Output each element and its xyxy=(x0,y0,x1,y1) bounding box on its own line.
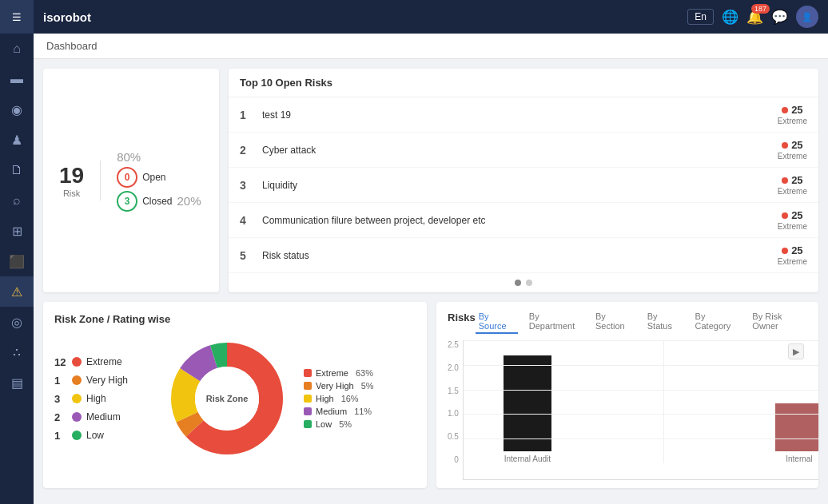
vert-divider xyxy=(663,340,664,463)
target-icon: ◎ xyxy=(11,315,22,330)
users-icon: ⛬ xyxy=(10,345,23,359)
legend-medium-pct: 11% xyxy=(354,407,372,416)
risk-label: Risk xyxy=(59,189,84,198)
table-row: 3 Liquidity 25 Extreme xyxy=(229,168,818,203)
sidebar-building[interactable]: ⬛ xyxy=(0,246,34,276)
bar-internal-audit xyxy=(504,355,551,451)
language-selector[interactable]: En xyxy=(687,9,714,25)
bars-container: Internal Audit Internal xyxy=(464,355,818,463)
list-item: 3 High xyxy=(54,393,150,405)
stat-divider xyxy=(100,161,101,200)
stats-card: 19 Risk 80% 0 Open 3 Closed 20% xyxy=(43,69,219,292)
sidebar-target[interactable]: ◎ xyxy=(0,307,34,337)
risk-num-3: 3 xyxy=(240,179,254,192)
extreme-dot xyxy=(72,357,82,367)
open-row: 0 Open xyxy=(117,167,201,188)
legend-medium: Medium xyxy=(316,407,347,416)
risk-name-2: Cyber attack xyxy=(262,145,770,156)
bar-label-internal-audit: Internal Audit xyxy=(504,454,551,463)
y-label-20: 2.0 xyxy=(448,363,459,372)
sidebar-search[interactable]: ⌕ xyxy=(0,185,34,216)
legend-low-dot xyxy=(304,420,312,428)
closed-badge: 3 xyxy=(117,191,137,212)
tab-by-source[interactable]: By Source xyxy=(476,310,518,334)
table-row: 5 Risk status 25 Extreme xyxy=(229,238,818,273)
legend-low: Low xyxy=(316,419,332,429)
notification-count: 187 xyxy=(751,4,770,14)
sidebar-people[interactable]: ◉ xyxy=(0,94,34,125)
y-label-0: 0 xyxy=(448,455,459,464)
sidebar-warning[interactable]: ⚠ xyxy=(0,276,34,307)
legend-extreme-dot xyxy=(304,369,312,377)
bottom-row: Risk Zone / Rating wise 12 Extreme 1 Ver… xyxy=(43,302,818,488)
top-risks-title: Top 10 Open Risks xyxy=(229,69,818,97)
globe-icon[interactable]: 🌐 xyxy=(722,9,738,26)
bar-chart-container: 2.5 2.0 1.5 1.0 0.5 0 xyxy=(448,340,807,480)
sidebar-person[interactable]: ♟ xyxy=(0,125,34,155)
sidebar-home[interactable]: ⌂ xyxy=(0,34,34,64)
risk-score-5: 25 Extreme xyxy=(778,244,807,266)
dot-2[interactable] xyxy=(526,280,532,286)
content-area: 19 Risk 80% 0 Open 3 Closed 20% xyxy=(34,59,828,504)
file-icon: 🗋 xyxy=(10,163,23,177)
list-item: 1 Very High xyxy=(54,375,150,387)
bar-label-internal: Internal xyxy=(786,454,812,463)
risk-name-1: test 19 xyxy=(262,109,770,121)
legend-extreme: Extreme xyxy=(316,368,348,378)
sidebar-grid[interactable]: ⊞ xyxy=(0,216,34,246)
y-label-10: 1.0 xyxy=(448,409,459,418)
list-item: 1 Low xyxy=(54,430,150,442)
low-label: Low xyxy=(86,430,104,441)
app-logo: isorobot xyxy=(43,10,91,24)
medium-dot xyxy=(72,412,82,422)
top-row: 19 Risk 80% 0 Open 3 Closed 20% xyxy=(43,69,818,292)
low-dot xyxy=(72,431,82,440)
percent-value: 80% xyxy=(117,150,141,164)
stat-secondary: 80% 0 Open 3 Closed 20% xyxy=(117,150,201,212)
y-axis: 2.5 2.0 1.5 1.0 0.5 0 xyxy=(448,340,463,480)
tab-by-status[interactable]: By Status xyxy=(644,310,684,334)
open-label: Open xyxy=(142,172,165,183)
list-item: 12 Extreme xyxy=(54,356,150,368)
bar-chart-card: Risks By Source By Department By Section… xyxy=(436,302,818,488)
notification-bell[interactable]: 🔔 187 xyxy=(746,9,763,26)
risk-list: 1 test 19 25 Extreme 2 Cyber attack 25 E… xyxy=(229,97,818,273)
table-row: 1 test 19 25 Extreme xyxy=(229,97,818,133)
extreme-label: Extreme xyxy=(86,356,122,367)
grid-icon: ⊞ xyxy=(12,224,22,239)
open-badge: 0 xyxy=(117,167,137,188)
search-icon: ⌕ xyxy=(13,193,21,208)
legend-low-pct: 5% xyxy=(339,419,352,429)
sidebar-list[interactable]: ▤ xyxy=(0,367,34,398)
bar-chart-wrapper: ▶ 2.5 2.0 1.5 1.0 0.5 0 xyxy=(448,340,807,480)
legend-veryhigh-pct: 5% xyxy=(361,381,374,391)
legend-veryhigh-dot xyxy=(304,382,312,390)
risk-name-4: Communication filure between project, de… xyxy=(262,215,770,226)
user-avatar[interactable]: 👤 xyxy=(796,6,818,28)
risk-zone-content: 12 Extreme 1 Very High 3 High xyxy=(54,335,416,462)
sidebar-users[interactable]: ⛬ xyxy=(0,337,34,367)
tab-by-category[interactable]: By Category xyxy=(692,310,742,334)
closed-label: Closed xyxy=(142,196,172,207)
risk-num-5: 5 xyxy=(240,249,254,262)
donut-chart: Risk Zone xyxy=(163,335,291,462)
veryhigh-label: Very High xyxy=(86,375,128,386)
list-item: 2 Medium xyxy=(54,411,150,423)
risk-score-3: 25 Extreme xyxy=(778,174,807,196)
sidebar-file[interactable]: 🗋 xyxy=(0,155,34,185)
menu-toggle[interactable]: ☰ xyxy=(0,0,34,34)
legend-extreme-pct: 63% xyxy=(356,368,373,378)
sidebar-charts[interactable]: ▬ xyxy=(0,64,34,94)
legend-high-dot xyxy=(304,395,312,403)
grid-line xyxy=(464,340,818,341)
tab-by-department[interactable]: By Department xyxy=(526,310,584,334)
chat-icon[interactable]: 💬 xyxy=(771,9,788,26)
legend-high: High xyxy=(316,394,334,403)
tab-by-risk-owner[interactable]: By Risk Owner xyxy=(749,310,807,334)
bar-group-2: Internal xyxy=(751,403,818,463)
dot-1[interactable] xyxy=(515,280,521,286)
list-item: High 16% xyxy=(304,394,374,403)
top-risks-card: Top 10 Open Risks 1 test 19 25 Extreme 2… xyxy=(229,69,818,292)
tab-by-section[interactable]: By Section xyxy=(592,310,636,334)
risk-legend: 12 Extreme 1 Very High 3 High xyxy=(54,356,150,442)
